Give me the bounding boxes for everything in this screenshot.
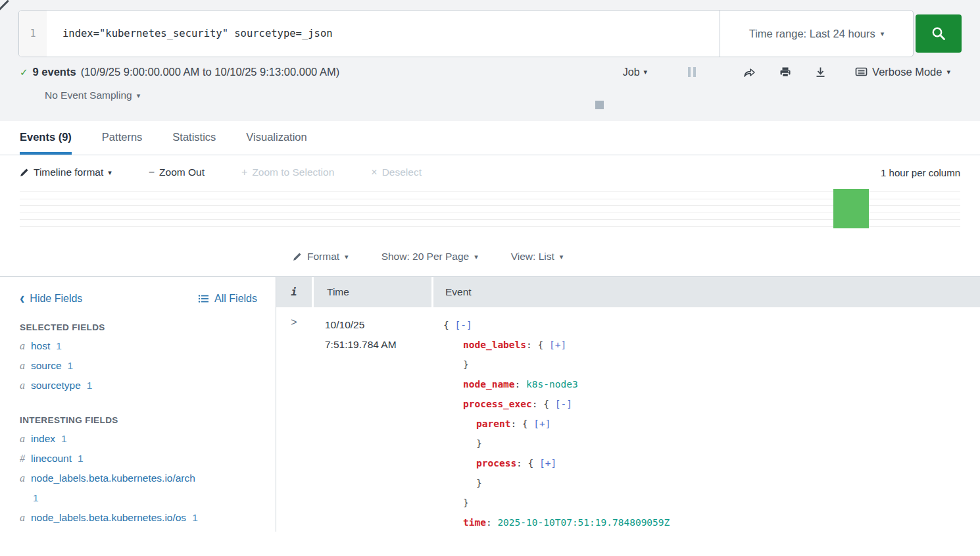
timeline-scale-note: 1 hour per column — [881, 167, 960, 178]
timeline-controls: Timeline format ▾ − Zoom Out + Zoom to S… — [0, 166, 980, 178]
search-input[interactable]: index="kubernetes_security" sourcetype=_… — [47, 28, 333, 39]
json-toggle-link[interactable]: [-] — [555, 399, 572, 409]
download-icon — [815, 66, 826, 78]
field-count: 1 — [87, 380, 93, 391]
event-json-line: { [-] — [443, 315, 980, 335]
stop-button[interactable] — [595, 101, 604, 109]
events-table-header: i Time Event — [276, 277, 980, 307]
field-name[interactable]: sourcetype — [31, 380, 81, 391]
format-menu[interactable]: Format ▾ — [293, 251, 349, 263]
field-name[interactable]: index — [31, 433, 55, 444]
field-type-icon: # — [20, 453, 25, 464]
json-key[interactable]: node_name — [463, 379, 515, 390]
json-toggle-link[interactable]: [-] — [454, 320, 472, 330]
time-range-picker[interactable]: Time range: Last 24 hours ▾ — [720, 11, 913, 57]
event-json-line: node_labels: { [+] — [443, 335, 980, 355]
field-item-sourcetype[interactable]: asourcetype1 — [20, 376, 257, 395]
chevron-down-icon: ▾ — [881, 30, 885, 38]
selected-fields-list: ahost1asource1asourcetype1 — [20, 336, 257, 395]
field-item-linecount[interactable]: #linecount1 — [20, 449, 257, 468]
json-toggle-link[interactable]: [+] — [539, 458, 556, 468]
job-menu-label: Job — [623, 66, 640, 78]
field-name[interactable]: node_labels.beta.kubernetes.io/arch — [31, 472, 195, 484]
json-punctuation: : { — [510, 418, 533, 429]
event-json-line: } — [443, 434, 980, 453]
tab-statistics[interactable]: Statistics — [172, 131, 216, 155]
timeline-format-label: Timeline format — [34, 166, 103, 178]
json-key[interactable]: process_exec — [463, 399, 532, 409]
json-punctuation: : { — [526, 340, 549, 350]
json-toggle-link[interactable]: [+] — [533, 418, 551, 429]
event-json-line: process: { [+] — [443, 453, 980, 473]
event-date: 10/10/25 — [325, 315, 431, 335]
expand-event-button[interactable]: > — [276, 315, 312, 532]
json-key[interactable]: time — [463, 517, 486, 528]
hide-fields-button[interactable]: ‹ Hide Fields — [20, 293, 82, 305]
json-value[interactable]: k8s-node3 — [526, 379, 578, 390]
field-item-node_labels.beta.kubernetes.io/arch[interactable]: anode_labels.beta.kubernetes.io/arch1 — [20, 468, 257, 508]
print-button[interactable] — [779, 66, 791, 78]
share-icon — [743, 66, 756, 78]
tab-patterns[interactable]: Patterns — [102, 131, 142, 155]
event-row: > 10/10/25 7:51:19.784 AM { [-]node_labe… — [276, 307, 980, 532]
per-page-menu[interactable]: Show: 20 Per Page ▾ — [381, 251, 478, 263]
zoom-to-selection-button[interactable]: + Zoom to Selection — [241, 166, 334, 178]
field-item-node_labels.beta.kubernetes.io/os[interactable]: anode_labels.beta.kubernetes.io/os1 — [20, 508, 257, 528]
event-sampling-menu[interactable]: No Event Sampling ▾ — [45, 89, 140, 101]
field-type-icon: a — [20, 512, 25, 523]
event-json-line: } — [443, 355, 980, 374]
results-tabs: Events (9) Patterns Statistics Visualiza… — [0, 121, 980, 155]
json-punctuation: : { — [532, 399, 555, 409]
search-group: 1 index="kubernetes_security" sourcetype… — [18, 10, 914, 57]
all-fields-label: All Fields — [214, 293, 257, 305]
json-punctuation: { — [443, 320, 454, 330]
tab-label: Visualization — [246, 131, 306, 143]
events-table: i Time Event > 10/10/25 7:51:19.784 AM {… — [276, 277, 980, 532]
timeline-bar[interactable] — [833, 189, 869, 228]
json-key[interactable]: node_labels — [463, 340, 526, 350]
minus-icon: − — [149, 166, 155, 178]
field-item-host[interactable]: ahost1 — [20, 336, 257, 356]
field-type-icon: a — [20, 472, 25, 484]
zoom-out-button[interactable]: − Zoom Out — [149, 166, 205, 178]
deselect-label: Deselect — [382, 166, 422, 178]
deselect-button[interactable]: × Deselect — [371, 166, 422, 178]
chevron-down-icon: ▾ — [345, 253, 349, 261]
json-toggle-link[interactable]: [+] — [549, 340, 566, 350]
view-menu[interactable]: View: List ▾ — [511, 251, 564, 263]
export-button[interactable] — [815, 66, 826, 78]
field-name[interactable]: node_labels.beta.kubernetes.io/os — [31, 512, 186, 523]
job-menu-button[interactable]: Job ▾ — [623, 66, 647, 78]
field-item-index[interactable]: aindex1 — [20, 429, 257, 449]
selected-fields-header: SELECTED FIELDS — [20, 322, 257, 332]
field-name[interactable]: source — [31, 360, 62, 371]
time-column-header: Time — [312, 277, 431, 307]
tab-events[interactable]: Events (9) — [20, 131, 72, 155]
interesting-fields-list: aindex1#linecount1anode_labels.beta.kube… — [20, 429, 257, 528]
share-button[interactable] — [743, 66, 756, 78]
event-json-line: time: 2025-10-10T07:51:19.784809059Z — [443, 513, 980, 532]
json-key[interactable]: process — [476, 458, 516, 468]
field-name[interactable]: host — [31, 340, 50, 351]
verbose-mode-icon — [855, 67, 868, 78]
search-bar[interactable]: 1 index="kubernetes_security" sourcetype… — [19, 11, 720, 57]
search-button[interactable] — [916, 14, 962, 53]
timeline-chart[interactable] — [20, 188, 960, 227]
field-count: 1 — [20, 488, 257, 508]
field-count: 1 — [68, 360, 74, 371]
pause-button[interactable] — [688, 67, 696, 77]
search-mode-button[interactable]: Verbose Mode ▾ — [855, 66, 950, 78]
json-key[interactable]: parent — [476, 418, 510, 429]
chevron-down-icon: ▾ — [474, 253, 478, 261]
event-count: 9 events — [33, 66, 76, 78]
all-fields-button[interactable]: All Fields — [198, 293, 257, 305]
json-value[interactable]: 2025-10-10T07:51:19.784809059Z — [497, 517, 670, 528]
tab-visualization[interactable]: Visualization — [246, 131, 306, 155]
chevron-down-icon: ▾ — [108, 168, 112, 177]
timeline-format-menu[interactable]: Timeline format ▾ — [20, 166, 112, 178]
field-count: 1 — [56, 340, 62, 351]
field-name[interactable]: linecount — [31, 453, 72, 464]
pause-icon — [693, 67, 696, 77]
chevron-down-icon: ▾ — [560, 253, 564, 261]
field-item-source[interactable]: asource1 — [20, 356, 257, 376]
